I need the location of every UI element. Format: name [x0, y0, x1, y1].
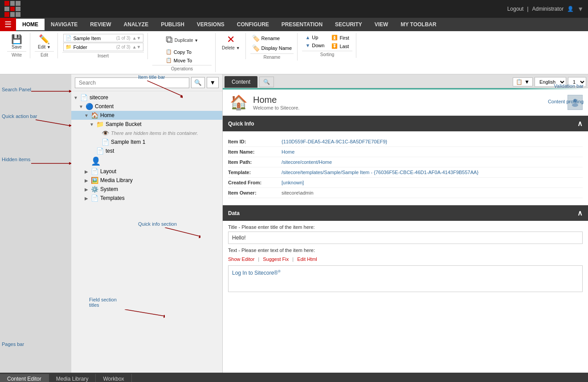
- title-field-input[interactable]: [228, 232, 583, 244]
- tab-security[interactable]: SECURITY: [329, 19, 368, 30]
- layout-label: Layout: [100, 168, 116, 175]
- up-icon: ▲: [305, 35, 310, 40]
- search-button[interactable]: 🔍: [191, 77, 205, 88]
- search-dropdown-button[interactable]: ▼: [207, 77, 219, 88]
- ribbon-menu-button[interactable]: ☰: [0, 18, 16, 31]
- tree-item-sample-item-1[interactable]: 📄 Sample Item 1: [71, 138, 222, 146]
- search-tab-icon: 🔍: [263, 79, 270, 85]
- delete-button[interactable]: ✕ Delete ▼: [220, 34, 242, 51]
- content-options-btn[interactable]: 📋 ▼: [513, 77, 533, 86]
- quick-info-section: Quick Info ∧ Item ID: {110D559F-DEA5-42E…: [223, 116, 588, 203]
- duplicate-button[interactable]: ⧉ Duplicate ▼: [164, 34, 200, 45]
- info-row-path: Item Path: /sitecore/content/Home: [228, 157, 583, 167]
- tab-navigate[interactable]: NAVIGATE: [45, 19, 84, 30]
- tree-item-content[interactable]: ▼ 🔵 Content: [71, 102, 222, 111]
- tree-item-system[interactable]: ▶ ⚙️ System: [71, 185, 222, 194]
- operations-group-label: Operations: [152, 65, 212, 71]
- last-label: Last: [339, 44, 349, 49]
- content-label: Content: [95, 103, 114, 110]
- hidden-items-icon: 👁️: [102, 130, 109, 137]
- item-header-icon: 🏠: [230, 94, 248, 111]
- data-section-content: Title - Please enter title of the item h…: [223, 221, 588, 292]
- down-label: Down: [312, 43, 324, 48]
- ribbon-group-sorting-items: ▲ Up ▼ Down ⏫ First: [303, 34, 351, 50]
- suggest-fix-link[interactable]: Suggest Fix: [263, 256, 289, 262]
- tab-review[interactable]: REVIEW: [84, 19, 117, 30]
- tree-item-home[interactable]: ▼ 🏠 Home: [71, 111, 222, 120]
- expand-icon-media: ▶: [84, 178, 89, 183]
- tab-content[interactable]: Content: [225, 76, 257, 88]
- save-button[interactable]: 💾 Save: [9, 34, 25, 50]
- display-name-button[interactable]: 🏷️ Display Name: [250, 44, 294, 53]
- rich-text-content: Log In to Sitecore®: [232, 270, 278, 276]
- ribbon-group-operations: ⧉ Duplicate ▼ 📋 Copy To 📋 Move To Operat…: [149, 33, 216, 72]
- quick-info-header[interactable]: Quick Info ∧: [223, 116, 588, 131]
- last-button[interactable]: ⏬ Last: [330, 42, 351, 50]
- sep1: |: [258, 256, 259, 262]
- move-to-button[interactable]: 📋 Move To: [164, 57, 194, 64]
- folder-selector[interactable]: 📁 Folder (2 of 3) ▲▼: [63, 43, 143, 51]
- hidden-items-label: There are hidden items in this container…: [111, 130, 198, 136]
- insert-group-label: Insert: [62, 52, 144, 58]
- sample-item-selector[interactable]: 📄 Sample Item (1 of 3) ▲▼: [63, 34, 143, 42]
- info-label-created: Created From:: [228, 180, 282, 185]
- tab-analyze[interactable]: ANALYZE: [118, 19, 155, 30]
- tab-view[interactable]: VIEW: [368, 19, 395, 30]
- tree-item-media-library[interactable]: ▶ 🖼️ Media Library: [71, 176, 222, 185]
- tab-versions[interactable]: VERSIONS: [191, 19, 231, 30]
- edit-html-link[interactable]: Edit Html: [297, 256, 317, 262]
- ribbon: ☰ HOME NAVIGATE REVIEW ANALYZE PUBLISH V…: [0, 18, 588, 74]
- tree-item-test[interactable]: 📄 test: [71, 146, 222, 155]
- delete-icon: ✕: [227, 35, 235, 45]
- rename-items: 🏷️ Rename 🏷️ Display Name: [250, 34, 294, 53]
- sample-item-icon: 📄: [65, 35, 72, 41]
- duplicate-label: Duplicate ▼: [175, 38, 198, 43]
- first-button[interactable]: ⏫ First: [330, 34, 351, 41]
- info-label-name: Item Name:: [228, 149, 282, 154]
- sample-bucket-label: Sample Bucket: [106, 121, 142, 127]
- scroll-down-icon[interactable]: ▼: [577, 5, 584, 12]
- tab-search-content[interactable]: 🔍: [259, 77, 274, 87]
- expand-icon-sitecore: ▼: [73, 95, 78, 100]
- info-label-path: Item Path:: [228, 159, 282, 165]
- svg-point-7: [572, 103, 578, 107]
- tree-item-sitecore[interactable]: ▼ 📄 sitecore: [71, 93, 222, 102]
- ribbon-tabs: ☰ HOME NAVIGATE REVIEW ANALYZE PUBLISH V…: [0, 18, 588, 31]
- last-icon: ⏬: [331, 43, 338, 49]
- tree-item-layout[interactable]: ▶ 📄 Layout: [71, 167, 222, 176]
- left-panel: 🔍 ▼ ▼ 📄 sitecore ▼ 🔵 Content ▼ �: [71, 74, 223, 373]
- bottom-tabs: Content Editor Media Library Workbox: [0, 373, 588, 382]
- rich-text-field[interactable]: Log In to Sitecore®®: [228, 265, 583, 292]
- content-tabs: Content 🔍 📋 ▼ English 1: [223, 74, 588, 88]
- tab-presentation[interactable]: PRESENTATION: [275, 19, 329, 30]
- profile-icon: [571, 98, 580, 107]
- quick-info-collapse-icon: ∧: [577, 119, 583, 128]
- logout-link[interactable]: Logout: [507, 6, 524, 12]
- content-profiling-button[interactable]: [568, 95, 583, 110]
- tab-configure[interactable]: CONFIGURE: [231, 19, 275, 30]
- tab-publish[interactable]: PUBLISH: [155, 19, 191, 30]
- tree-item-sample-bucket[interactable]: ▼ 📁 Sample Bucket: [71, 120, 222, 129]
- tab-home[interactable]: HOME: [16, 19, 45, 30]
- tree-item-templates[interactable]: ▶ 📄 Templates: [71, 194, 222, 203]
- search-input[interactable]: [75, 77, 189, 88]
- layout-icon: 📄: [91, 168, 98, 175]
- expand-icon-system: ▶: [84, 187, 89, 192]
- bottom-tab-workbox[interactable]: Workbox: [96, 374, 131, 382]
- templates-label: Templates: [100, 195, 125, 201]
- up-button[interactable]: ▲ Up: [303, 34, 326, 41]
- data-section-header[interactable]: Data ∧: [223, 205, 588, 221]
- edit-button[interactable]: ✏️ Edit ▼: [36, 34, 53, 50]
- page-selector[interactable]: 1: [568, 77, 586, 87]
- copy-to-button[interactable]: 📋 Copy To: [164, 48, 194, 56]
- show-editor-link[interactable]: Show Editor: [228, 256, 254, 262]
- bottom-tab-content-editor[interactable]: Content Editor: [0, 374, 49, 382]
- down-button[interactable]: ▼ Down: [303, 42, 326, 49]
- media-library-label: Media Library: [100, 177, 133, 183]
- bottom-tab-media-library[interactable]: Media Library: [49, 374, 96, 382]
- language-selector[interactable]: English: [535, 77, 566, 87]
- data-section: Data ∧ Title - Please enter title of the…: [223, 205, 588, 292]
- tab-mytoolbar[interactable]: MY TOOLBAR: [394, 19, 442, 30]
- rename-button[interactable]: 🏷️ Rename: [250, 34, 294, 43]
- svg-line-2: [36, 120, 69, 126]
